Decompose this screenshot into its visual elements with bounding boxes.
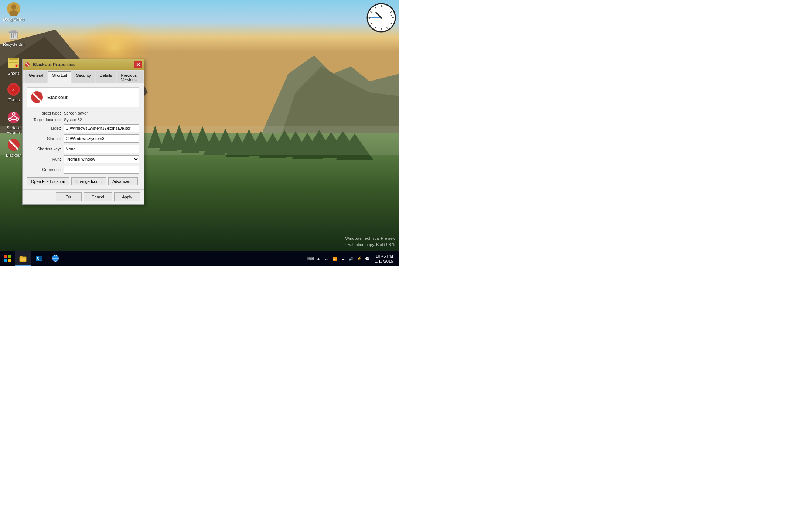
tray-message-icon[interactable]: 💬	[364, 255, 371, 262]
taskbar: O ⌨ ▲ 🖨 📶 ☁ 🔊	[0, 251, 399, 266]
tray-signal-icon[interactable]: 📶	[331, 255, 338, 262]
tray-printer-icon[interactable]: 🖨	[323, 255, 330, 262]
taskbar-item-file-explorer[interactable]	[15, 251, 31, 266]
dialog-title-icon	[25, 62, 31, 68]
ok-button[interactable]: OK	[56, 192, 82, 201]
label-target-type: Target type:	[27, 111, 64, 115]
shortcut-header: Blackout	[27, 87, 139, 107]
svg-rect-81	[8, 259, 11, 262]
value-target-type: Screen saver	[64, 111, 88, 115]
svg-rect-37	[9, 61, 18, 61]
field-target-location: Target location: System32	[27, 117, 139, 122]
dialog-tabs: General Shortcut Security Details Previo…	[23, 70, 144, 83]
field-shortcut-key: Shortcut key:	[27, 145, 139, 153]
dialog-close-button[interactable]: ✕	[134, 61, 142, 68]
svg-text:3: 3	[392, 17, 393, 20]
clock-widget: 12 3 6 9	[366, 3, 396, 33]
field-target-type: Target type: Screen saver	[27, 111, 139, 115]
advanced-button[interactable]: Advanced...	[108, 177, 138, 185]
field-run: Run: Normal window Minimized Maximized	[27, 155, 139, 163]
svg-text:▶: ▶	[16, 64, 18, 68]
svg-text:12: 12	[380, 5, 383, 8]
svg-rect-78	[4, 255, 7, 258]
desktop-icon-itunes-label: iTunes	[8, 98, 20, 102]
tab-general[interactable]: General	[25, 71, 47, 83]
label-target: Target:	[27, 126, 64, 130]
svg-point-27	[11, 4, 16, 10]
label-target-location: Target location:	[27, 117, 64, 122]
value-target-location: System32	[64, 117, 82, 122]
svg-rect-80	[4, 259, 7, 262]
tray-keyboard-icon[interactable]: ⌨	[307, 255, 314, 262]
watermark-line2: Evaluation copy. Build 9879	[345, 242, 395, 248]
desktop-icon-recycle-bin-label: Recycle Bin	[3, 42, 24, 47]
svg-text:9: 9	[368, 17, 370, 20]
input-comment[interactable]	[64, 166, 139, 174]
tray-cloud-icon[interactable]: ☁	[340, 255, 346, 262]
taskbar-items: O	[15, 251, 307, 266]
desktop-icon-recycle-bin[interactable]: Recycle Bin	[1, 26, 27, 48]
taskbar-tray: ⌨ ▲ 🖨 📶 ☁ 🔊 ⚡ 💬 10:45 PM 1/17/2015	[307, 251, 399, 266]
field-start-in: Start in:	[27, 134, 139, 143]
svg-rect-31	[12, 30, 16, 31]
input-target[interactable]	[64, 124, 139, 132]
dialog-content: Blackout Target type: Screen saver Targe…	[23, 83, 144, 189]
field-comment: Comment:	[27, 166, 139, 174]
change-icon-button[interactable]: Change Icon...	[71, 177, 106, 185]
desktop-icon-doug-sharp[interactable]: Doug Sharp	[1, 1, 27, 23]
label-comment: Comment:	[27, 167, 64, 172]
watermark-line1: Windows Technical Preview	[345, 235, 395, 242]
svg-rect-39	[9, 64, 15, 64]
tab-details[interactable]: Details	[96, 71, 116, 83]
shortcut-name: Blackout	[47, 95, 68, 100]
dialog-bottom-buttons: OK Cancel Apply	[23, 189, 144, 204]
desktop-icon-blackout-label: Blackout	[6, 153, 21, 157]
shortcut-icon	[30, 91, 44, 104]
svg-point-73	[380, 17, 382, 19]
action-buttons: Open File Location Change Icon... Advanc…	[27, 177, 139, 185]
taskbar-clock[interactable]: 10:45 PM 1/17/2015	[372, 253, 396, 264]
tab-security[interactable]: Security	[72, 71, 95, 83]
dialog-title-text: Blackout Properties	[33, 62, 141, 67]
taskbar-item-ie[interactable]	[47, 251, 64, 266]
svg-rect-79	[8, 255, 11, 258]
desktop-icon-surface-forums-label: Surface Forums	[2, 126, 25, 134]
input-shortcut-key[interactable]	[64, 145, 139, 153]
svg-rect-36	[9, 58, 18, 60]
svg-rect-38	[9, 62, 18, 63]
desktop-icon-doug-sharp-label: Doug Sharp	[3, 17, 25, 21]
input-start-in[interactable]	[64, 134, 139, 143]
open-file-location-button[interactable]: Open File Location	[27, 177, 69, 185]
watermark: Windows Technical Preview Evaluation cop…	[345, 235, 395, 248]
tab-shortcut[interactable]: Shortcut	[48, 71, 71, 83]
taskbar-date: 1/17/2015	[375, 259, 393, 264]
tray-volume-icon[interactable]: 🔊	[348, 255, 354, 262]
label-run: Run:	[27, 157, 64, 161]
svg-line-32	[11, 33, 12, 38]
desktop-icon-shorts-label: Shorts	[8, 71, 20, 75]
cancel-button[interactable]: Cancel	[84, 192, 112, 201]
tray-bluetooth-icon[interactable]: ⚡	[356, 255, 362, 262]
apply-button[interactable]: Apply	[114, 192, 140, 201]
taskbar-time: 10:45 PM	[376, 253, 393, 259]
svg-line-34	[16, 33, 16, 38]
dialog: Blackout Properties ✕ General Shortcut S…	[22, 59, 144, 205]
dialog-titlebar: Blackout Properties ✕	[23, 59, 144, 70]
tray-chevron[interactable]: ▲	[315, 255, 322, 262]
taskbar-item-outlook[interactable]: O	[31, 251, 47, 266]
svg-point-45	[8, 112, 20, 123]
tab-previous-versions[interactable]: Previous Versions	[117, 71, 143, 83]
svg-text:♪: ♪	[11, 86, 14, 92]
label-shortcut-key: Shortcut key:	[27, 147, 64, 151]
label-start-in: Start in:	[27, 136, 64, 141]
select-run[interactable]: Normal window Minimized Maximized	[64, 155, 139, 163]
start-button[interactable]	[0, 251, 15, 266]
svg-rect-85	[39, 256, 42, 260]
field-target: Target:	[27, 124, 139, 132]
